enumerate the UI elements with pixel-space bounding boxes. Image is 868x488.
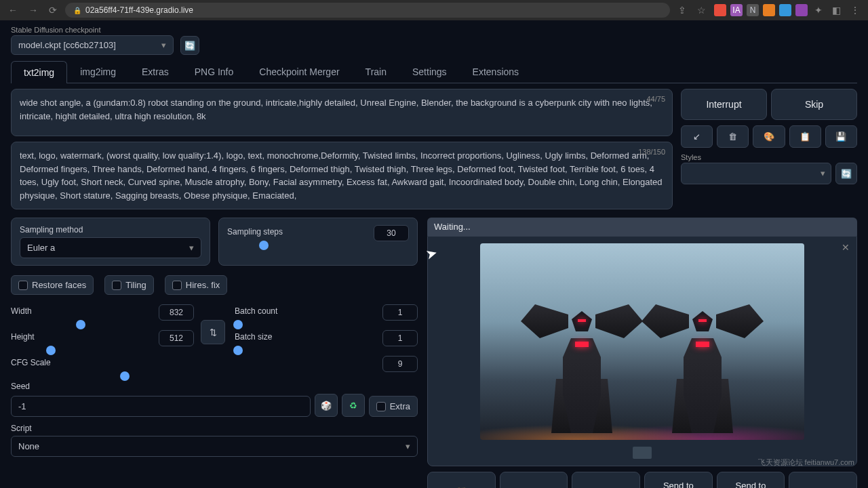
clipboard-button[interactable]: 📋	[789, 125, 821, 148]
ext-icon-1[interactable]	[714, 4, 726, 16]
tab-train[interactable]: Train	[353, 60, 399, 83]
restore-faces-checkbox[interactable]: Restore faces	[11, 275, 94, 295]
seed-random-button[interactable]: 🎲	[315, 394, 338, 417]
thumbnail[interactable]	[633, 447, 652, 459]
extension-icons: IA N ✦ ◧ ⋮	[714, 3, 863, 17]
clear-button[interactable]: 🗑	[717, 125, 749, 148]
tab-img2img[interactable]: img2img	[67, 60, 129, 83]
seed-label: Seed	[11, 382, 418, 391]
swap-dimensions-button[interactable]: ⇅	[201, 320, 225, 344]
batch-size-value[interactable]: 1	[382, 330, 418, 346]
thumbnail-strip	[633, 447, 652, 459]
style-button[interactable]: 🎨	[753, 125, 785, 148]
batch-count-label: Batch count	[235, 306, 277, 316]
tab-txt2img[interactable]: txt2img	[11, 61, 67, 83]
skip-button[interactable]: Skip	[771, 89, 857, 120]
cfg-label: CFG Scale	[11, 358, 51, 367]
seed-extra-checkbox[interactable]: Extra	[369, 396, 418, 417]
browser-bar: ← → ⟳ 🔒 02a56ff4-71ff-439e.gradio.live ⇪…	[0, 0, 868, 20]
sampling-steps-label: Sampling steps	[227, 227, 283, 237]
styles-select[interactable]	[681, 163, 831, 184]
interrupt-button[interactable]: Interrupt	[681, 89, 767, 120]
checkpoint-refresh-button[interactable]: 🔄	[180, 36, 199, 55]
back-icon[interactable]: ←	[5, 3, 20, 17]
sidepanel-icon[interactable]: ◧	[829, 3, 844, 17]
height-value[interactable]: 512	[159, 330, 194, 346]
negative-prompt-input[interactable]: 138/150 text, logo, watermark, (worst qu…	[11, 142, 673, 209]
zip-button[interactable]: Zip	[572, 472, 640, 488]
main-tabs: txt2img img2img Extras PNG Info Checkpoi…	[11, 60, 857, 83]
progress-status: Waiting...	[427, 218, 857, 236]
watermark-text: 飞天资源论坛 feitianwu7.com	[758, 458, 854, 468]
menu-icon[interactable]: ⋮	[848, 3, 863, 17]
batch-count-value[interactable]: 1	[382, 304, 418, 321]
star-icon[interactable]: ☆	[694, 3, 709, 17]
width-label: Width	[11, 306, 32, 316]
prompt-token-count: 44/75	[646, 94, 665, 105]
url-bar[interactable]: 🔒 02a56ff4-71ff-439e.gradio.live	[65, 3, 670, 18]
checkpoint-label: Stable Diffusion checkpoint	[11, 26, 174, 34]
sampling-method-select[interactable]: Euler a	[20, 237, 201, 258]
sampling-method-label: Sampling method	[20, 225, 201, 235]
lock-icon: 🔒	[73, 7, 81, 14]
cfg-value[interactable]: 9	[382, 356, 418, 372]
close-icon[interactable]: ✕	[842, 242, 850, 253]
send-inpaint-button[interactable]: Send to inpaint	[717, 472, 785, 488]
generated-image[interactable]	[480, 243, 804, 440]
ext-icon-3[interactable]: N	[747, 4, 759, 16]
tab-extras[interactable]: Extras	[129, 60, 182, 83]
script-select[interactable]: None	[11, 436, 418, 457]
tab-extensions[interactable]: Extensions	[460, 60, 532, 83]
seed-reuse-button[interactable]: ♻	[342, 394, 365, 417]
ext-icon-2[interactable]: IA	[730, 4, 743, 16]
extensions-icon[interactable]: ✦	[812, 3, 825, 17]
tab-settings[interactable]: Settings	[399, 60, 460, 83]
batch-size-label: Batch size	[235, 332, 272, 342]
script-label: Script	[11, 424, 418, 433]
open-folder-button[interactable]: 📁	[427, 472, 496, 488]
tab-pnginfo[interactable]: PNG Info	[182, 60, 247, 83]
save-button[interactable]: Save	[500, 472, 568, 488]
save-style-button[interactable]: 💾	[825, 125, 857, 148]
height-label: Height	[11, 332, 35, 342]
styles-refresh-button[interactable]: 🔄	[835, 163, 857, 184]
seed-input[interactable]: -1	[11, 396, 311, 417]
reload-icon[interactable]: ⟳	[46, 3, 60, 17]
send-img2img-button[interactable]: Send to img2img	[644, 472, 713, 488]
url-text: 02a56ff4-71ff-439e.gradio.live	[85, 5, 193, 15]
ext-icon-4[interactable]	[763, 4, 775, 16]
ext-icon-6[interactable]	[795, 4, 808, 16]
checkpoint-select[interactable]: model.ckpt [cc6cb27103]	[11, 35, 174, 55]
neg-prompt-token-count: 138/150	[638, 146, 665, 158]
output-gallery: ✕	[427, 236, 857, 466]
share-icon[interactable]: ⇪	[675, 3, 689, 17]
ext-icon-5[interactable]	[779, 4, 791, 16]
arrow-button[interactable]: ↙	[681, 125, 713, 148]
width-value[interactable]: 832	[159, 304, 194, 321]
send-extras-button[interactable]: Send to extras	[789, 472, 857, 488]
hiresfix-checkbox[interactable]: Hires. fix	[165, 275, 228, 295]
tiling-checkbox[interactable]: Tiling	[104, 275, 154, 295]
sampling-steps-value[interactable]: 30	[374, 225, 409, 241]
forward-icon[interactable]: →	[26, 3, 41, 17]
prompt-input[interactable]: 44/75 wide shot angle, a (gundam:0.8) ro…	[11, 89, 673, 136]
tab-checkpoint-merger[interactable]: Checkpoint Merger	[246, 60, 352, 83]
styles-label: Styles	[681, 153, 831, 161]
